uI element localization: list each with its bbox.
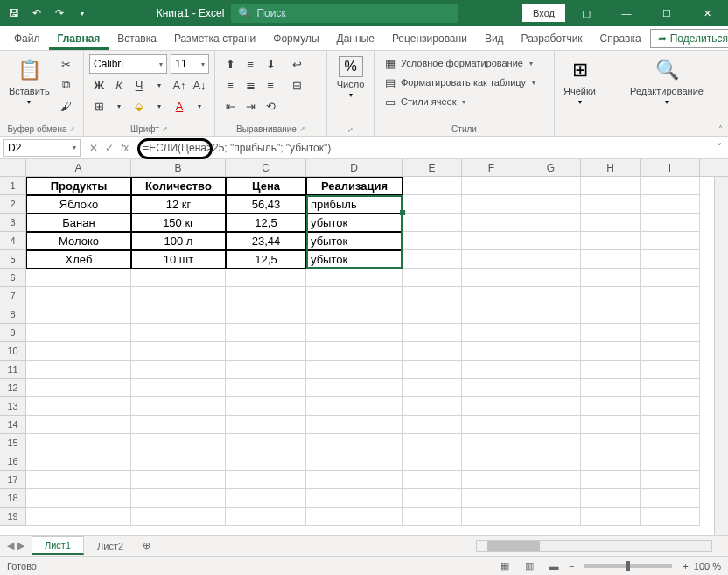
- search-input[interactable]: [256, 7, 452, 19]
- tab-view[interactable]: Вид: [476, 27, 513, 50]
- cell[interactable]: [306, 379, 402, 397]
- cell[interactable]: [581, 397, 640, 416]
- cell[interactable]: [522, 434, 581, 452]
- borders-menu[interactable]: ▾: [109, 96, 129, 116]
- zoom-level[interactable]: 100 %: [694, 561, 721, 571]
- cell[interactable]: [131, 471, 226, 489]
- cell[interactable]: [402, 324, 462, 342]
- col-header[interactable]: B: [131, 159, 226, 176]
- cell[interactable]: [131, 508, 226, 526]
- col-header[interactable]: C: [226, 159, 306, 176]
- font-name-combo[interactable]: Calibri▾: [89, 54, 167, 74]
- row-header[interactable]: 12: [0, 379, 26, 397]
- cell[interactable]: [462, 195, 522, 214]
- font-color-icon[interactable]: A: [170, 96, 189, 116]
- cell[interactable]: [581, 471, 640, 489]
- fill-handle[interactable]: [400, 210, 405, 215]
- col-header[interactable]: F: [462, 159, 522, 176]
- conditional-formatting-button[interactable]: ▦Условное форматирование▾: [380, 54, 549, 72]
- cell[interactable]: Яблоко: [26, 195, 131, 214]
- cell[interactable]: [640, 489, 700, 508]
- cell[interactable]: [522, 195, 581, 214]
- cell[interactable]: [581, 214, 640, 232]
- cell[interactable]: [402, 508, 462, 526]
- col-header[interactable]: H: [581, 159, 640, 176]
- cell[interactable]: [462, 305, 522, 324]
- login-button[interactable]: Вход: [522, 4, 565, 22]
- row-header[interactable]: 17: [0, 471, 26, 489]
- cell[interactable]: [306, 508, 402, 526]
- cell[interactable]: прибыль: [306, 195, 402, 214]
- row-header[interactable]: 1: [0, 177, 26, 195]
- cancel-formula-icon[interactable]: ✕: [89, 142, 98, 154]
- cell[interactable]: [226, 305, 306, 324]
- zoom-slider[interactable]: [584, 564, 672, 568]
- cell[interactable]: [522, 324, 581, 342]
- cell[interactable]: [522, 471, 581, 489]
- cell[interactable]: убыток: [306, 232, 402, 250]
- cell[interactable]: [26, 305, 131, 324]
- sheet-nav-prev-icon[interactable]: ◀: [7, 540, 14, 551]
- cell[interactable]: [402, 214, 462, 232]
- row-header[interactable]: 3: [0, 214, 26, 232]
- cell[interactable]: [522, 397, 581, 416]
- cell[interactable]: 12,5: [226, 214, 306, 232]
- cell[interactable]: [640, 361, 700, 379]
- cell[interactable]: [581, 489, 640, 508]
- cell[interactable]: [26, 342, 131, 361]
- cell[interactable]: [26, 508, 131, 526]
- font-color-menu[interactable]: ▾: [190, 96, 209, 116]
- cell[interactable]: [402, 397, 462, 416]
- expand-formula-bar-icon[interactable]: ˅: [710, 142, 728, 154]
- search-box[interactable]: 🔍: [231, 4, 458, 23]
- cell[interactable]: [640, 434, 700, 452]
- cell[interactable]: [26, 287, 131, 305]
- fill-color-menu[interactable]: ▾: [150, 96, 169, 116]
- select-all-corner[interactable]: [0, 159, 26, 176]
- merge-icon[interactable]: ⊟: [287, 75, 306, 95]
- cell[interactable]: [402, 195, 462, 214]
- borders-icon[interactable]: ⊞: [89, 96, 108, 116]
- cell[interactable]: [402, 232, 462, 250]
- cell[interactable]: [402, 287, 462, 305]
- format-painter-icon[interactable]: 🖌: [57, 96, 76, 116]
- cell[interactable]: [26, 324, 131, 342]
- tab-review[interactable]: Рецензировани: [383, 27, 476, 50]
- row-header[interactable]: 5: [0, 250, 26, 269]
- cell[interactable]: [226, 287, 306, 305]
- page-break-view-icon[interactable]: ▬: [544, 558, 564, 574]
- align-bottom-icon[interactable]: ⬇: [261, 54, 280, 74]
- cell[interactable]: [462, 397, 522, 416]
- col-header[interactable]: D: [306, 159, 402, 176]
- cell[interactable]: [522, 416, 581, 434]
- cell[interactable]: 100 л: [131, 232, 226, 250]
- cell[interactable]: [640, 287, 700, 305]
- dialog-launcher-icon[interactable]: ⤢: [347, 126, 354, 134]
- tab-developer[interactable]: Разработчик: [513, 27, 592, 50]
- qat-customize-icon[interactable]: ▾: [72, 3, 93, 24]
- row-header[interactable]: 18: [0, 489, 26, 508]
- cell[interactable]: [462, 250, 522, 269]
- col-header[interactable]: A: [26, 159, 131, 176]
- cell[interactable]: [226, 508, 306, 526]
- cell[interactable]: [26, 397, 131, 416]
- normal-view-icon[interactable]: ▦: [495, 558, 514, 574]
- row-header[interactable]: 7: [0, 287, 26, 305]
- cell[interactable]: [581, 232, 640, 250]
- decrease-indent-icon[interactable]: ⇤: [220, 96, 240, 116]
- redo-icon[interactable]: ↷: [49, 3, 70, 24]
- number-format-button[interactable]: % Число ▾: [332, 54, 368, 101]
- cell[interactable]: 12,5: [226, 250, 306, 269]
- tab-insert[interactable]: Вставка: [108, 27, 165, 50]
- cell[interactable]: Хлеб: [26, 250, 131, 269]
- maximize-icon[interactable]: ☐: [648, 0, 686, 26]
- orientation-icon[interactable]: ⟲: [261, 96, 280, 116]
- tab-file[interactable]: Файл: [5, 27, 49, 50]
- cell[interactable]: [581, 434, 640, 452]
- horizontal-scrollbar[interactable]: [476, 540, 712, 552]
- cell[interactable]: [226, 324, 306, 342]
- add-sheet-icon[interactable]: ⊕: [136, 540, 156, 551]
- dialog-launcher-icon[interactable]: ⤢: [299, 125, 305, 133]
- cell[interactable]: [581, 269, 640, 287]
- row-header[interactable]: 13: [0, 397, 26, 416]
